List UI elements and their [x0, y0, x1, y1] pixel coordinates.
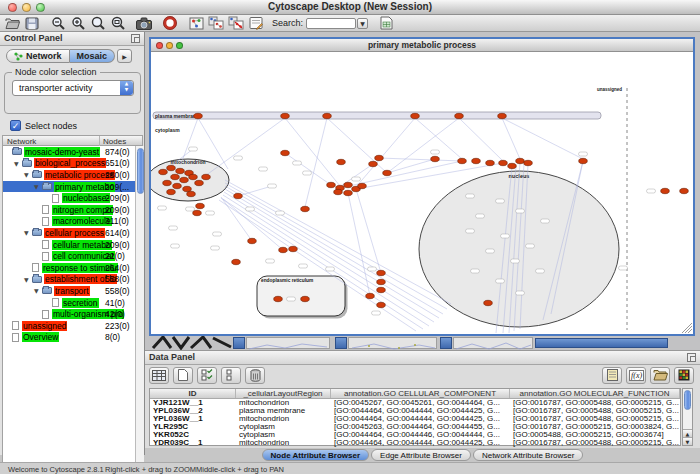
tree-row[interactable]: multi-organism pro42(0) — [3, 308, 142, 320]
network-node[interactable] — [431, 156, 440, 161]
tree-expand-icon[interactable]: ▼ — [24, 229, 32, 236]
scroll-down-icon[interactable]: ▼ — [683, 437, 692, 445]
node-label-capsule[interactable] — [466, 194, 475, 198]
table-column-header[interactable]: ID — [150, 389, 236, 398]
network-node[interactable] — [202, 174, 211, 179]
select-attributes-icon[interactable] — [197, 367, 217, 384]
tree-row[interactable]: mosaic-demo-yeast874(0) — [3, 146, 142, 158]
tree-scrollbar[interactable] — [135, 146, 144, 474]
tree-item-label[interactable]: biological_process — [34, 158, 106, 168]
network-canvas[interactable]: plasma membranecytoplasmmitochondrionnuc… — [151, 52, 693, 334]
network-node[interactable] — [383, 170, 392, 175]
network-node[interactable] — [301, 206, 310, 211]
node-label-capsule[interactable] — [158, 206, 167, 210]
network-node[interactable] — [195, 180, 204, 185]
network-node[interactable] — [163, 180, 172, 185]
network-node[interactable] — [279, 247, 288, 252]
scroll-up-icon[interactable]: ▲ — [683, 429, 692, 437]
table-column-header[interactable]: _cellularLayoutRegion — [236, 389, 331, 398]
network-node[interactable] — [183, 186, 192, 191]
network-node[interactable] — [337, 159, 346, 164]
node-label-capsule[interactable] — [303, 171, 312, 175]
node-label-capsule[interactable] — [526, 244, 535, 248]
node-label-capsule[interactable] — [169, 226, 178, 230]
node-label-capsule[interactable] — [246, 207, 255, 211]
network-node[interactable] — [377, 302, 386, 307]
network-node[interactable] — [411, 113, 420, 118]
destroy-view-icon[interactable] — [228, 16, 244, 31]
background-window-edge[interactable] — [246, 337, 330, 349]
network-node[interactable] — [344, 190, 353, 195]
network-node[interactable] — [327, 182, 336, 187]
zoom-selected-icon[interactable] — [90, 16, 106, 31]
tree-row[interactable]: ▼metabolic process280(0) — [3, 169, 142, 181]
tree-expand-icon[interactable]: ▼ — [34, 183, 42, 190]
network-node[interactable] — [232, 259, 241, 264]
network-node[interactable] — [484, 300, 493, 305]
node-label-capsule[interactable] — [431, 150, 440, 154]
network-node[interactable] — [193, 210, 202, 215]
tree-row[interactable]: cell communicat22(0) — [3, 250, 142, 262]
import-attributes-icon[interactable] — [650, 367, 670, 384]
node-label-capsule[interactable] — [536, 269, 545, 273]
select-nodes-checkbox[interactable]: ✓ — [10, 120, 21, 131]
create-view-icon[interactable] — [208, 16, 224, 31]
tree-row[interactable]: ▼transport558(0) — [3, 285, 142, 297]
network-edge[interactable] — [305, 118, 327, 207]
node-label-capsule[interactable] — [476, 214, 485, 218]
region-plasma-membrane[interactable] — [153, 112, 601, 119]
node-label-capsule[interactable] — [213, 232, 222, 236]
node-color-dropdown[interactable]: transporter activity ▲▼ — [12, 80, 134, 96]
network-edge[interactable] — [285, 153, 331, 185]
open-file-icon[interactable] — [4, 16, 20, 31]
attribute-table[interactable]: ID_cellularLayoutRegionannotation.GO CEL… — [149, 388, 681, 446]
tab-overflow-button[interactable]: ▶ — [117, 49, 132, 63]
network-node[interactable] — [472, 158, 481, 163]
node-label-capsule[interactable] — [496, 279, 505, 283]
attribute-editor-icon[interactable] — [602, 367, 622, 384]
tree-expand-icon[interactable]: ▼ — [34, 287, 42, 294]
search-input[interactable] — [306, 18, 356, 29]
network-node[interactable] — [516, 158, 525, 163]
network-node[interactable] — [173, 183, 182, 188]
node-label-capsule[interactable] — [496, 199, 505, 203]
snapshot-icon[interactable] — [136, 16, 152, 31]
tree-expand-icon[interactable]: ▼ — [14, 160, 22, 167]
tree-item-label[interactable]: nitrogen compo — [52, 205, 113, 215]
network-node[interactable] — [455, 113, 464, 118]
network-node[interactable] — [680, 188, 689, 193]
tree-row[interactable]: ▼cellular process614(0) — [3, 227, 142, 239]
tab-network[interactable]: Network — [6, 49, 70, 63]
node-label-capsule[interactable] — [299, 264, 308, 268]
node-label-capsule[interactable] — [234, 156, 243, 160]
network-node[interactable] — [458, 158, 467, 163]
node-label-capsule[interactable] — [501, 234, 510, 238]
network-view-icon[interactable] — [188, 16, 204, 31]
new-attribute-icon[interactable] — [173, 367, 193, 384]
network-node[interactable] — [486, 160, 495, 165]
tab-mosaic[interactable]: Mosaic — [70, 49, 116, 63]
network-edge[interactable] — [459, 118, 503, 161]
tree-row[interactable]: secretion41(0) — [3, 297, 142, 309]
table-scrollbar-thumb[interactable] — [684, 390, 691, 410]
tree-item-label[interactable]: nucleobase- — [62, 193, 110, 203]
network-node[interactable] — [196, 203, 205, 208]
node-label-capsule[interactable] — [268, 184, 277, 188]
tree-item-label[interactable]: metabolic process — [44, 170, 115, 180]
network-node[interactable] — [358, 183, 367, 188]
delete-attribute-icon[interactable] — [245, 367, 265, 384]
tree-item-label[interactable]: macromolecule — [52, 216, 112, 226]
network-node[interactable] — [274, 296, 283, 301]
formula-builder-icon[interactable]: f(x) — [626, 367, 646, 384]
import-table-icon[interactable] — [378, 16, 394, 31]
background-window-corner[interactable] — [335, 337, 347, 349]
tree-item-label[interactable]: transport — [54, 286, 90, 296]
network-view-titlebar[interactable]: primary metabolic process — [151, 39, 693, 52]
tree-row[interactable]: Overview8(0) — [3, 332, 142, 344]
tree-item-label[interactable]: cellular process — [44, 228, 105, 238]
table-row[interactable]: YKR052Ccytoplasm[GO:0044464, GO:0044446,… — [150, 431, 680, 439]
node-label-capsule[interactable] — [189, 147, 198, 151]
zoom-fit-icon[interactable] — [110, 16, 126, 31]
node-label-capsule[interactable] — [326, 267, 335, 271]
table-row[interactable]: YDR039C__1mitochondrion[GO:0044464, GO:0… — [150, 439, 680, 447]
